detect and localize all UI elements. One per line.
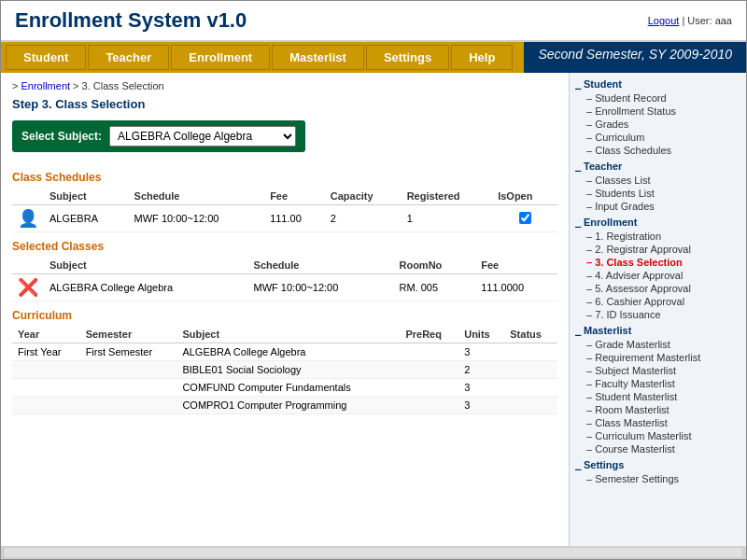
sidebar-item-semester-settings[interactable]: – Semester Settings (570, 472, 746, 485)
sidebar-item-subject-masterlist[interactable]: – Subject Masterlist (570, 364, 746, 377)
sidebar-item-7.-id-issuance[interactable]: – 7. ID Issuance (570, 308, 746, 321)
col-header: Year (12, 326, 80, 343)
sidebar-item-requirement-masterlist[interactable]: – Requirement Masterlist (570, 351, 746, 364)
col-header: Subject (44, 257, 248, 274)
year-cell (12, 379, 80, 397)
sidebar-item-class-masterlist[interactable]: – Class Masterlist (570, 416, 746, 429)
units-cell: 3 (458, 379, 504, 397)
sidebar-section-student: ⎯ Student– Student Record– Enrollment St… (570, 77, 746, 157)
col-header: Semester (80, 326, 177, 343)
col-header: Fee (264, 188, 325, 205)
nav-item-masterlist[interactable]: Masterlist (272, 45, 364, 70)
sidebar-item-2.-registrar-approval[interactable]: – 2. Registrar Approval (570, 243, 746, 256)
table-row: ❌ ALGEBRA College Algebra MWF 10:00~12:0… (12, 274, 557, 301)
collapse-icon: ⎯ (575, 79, 581, 90)
dash-icon: – (586, 378, 592, 389)
dash-icon: – (586, 365, 592, 376)
curriculum-table: YearSemesterSubjectPreReqUnitsStatus Fir… (12, 326, 557, 414)
remove-icon-cell[interactable]: ❌ (12, 274, 44, 301)
sidebar-item-4.-adviser-approval[interactable]: – 4. Adviser Approval (570, 269, 746, 282)
header-right: Logout | User: aaa (648, 15, 732, 26)
logout-link[interactable]: Logout (648, 15, 680, 26)
nav-item-settings[interactable]: Settings (366, 45, 449, 70)
subject-cell: BIBLE01 Social Sociology (176, 361, 400, 379)
table-row: 👤 ALGEBRA MWF 10:00~12:00 111.00 2 1 (12, 205, 557, 232)
dash-icon: – (586, 417, 592, 428)
sidebar-item-student-record[interactable]: – Student Record (570, 91, 746, 105)
selected-classes-header: Selected Classes (12, 240, 557, 253)
col-header: Subject (176, 326, 400, 343)
schedule-cell: MWF 10:00~12:00 (129, 205, 265, 232)
subject-cell: ALGEBRA College Algebra (176, 343, 400, 361)
navbar: StudentTeacherEnrollmentMasterlistSettin… (1, 42, 524, 73)
remove-icon[interactable]: ❌ (18, 278, 38, 297)
sidebar-item-6.-cashier-approval[interactable]: – 6. Cashier Approval (570, 295, 746, 308)
sidebar-item-room-masterlist[interactable]: – Room Masterlist (570, 403, 746, 416)
sidebar-item-input-grades[interactable]: – Input Grades (570, 200, 746, 213)
registered-cell: 1 (402, 205, 492, 232)
col-header: PreReq (400, 326, 458, 343)
prereq-cell (400, 379, 458, 397)
nav-item-enrollment[interactable]: Enrollment (171, 45, 270, 70)
year-cell: First Year (12, 343, 80, 361)
user-label: | User: aaa (682, 15, 732, 26)
sidebar-item-class-schedules[interactable]: – Class Schedules (570, 144, 746, 157)
year-cell (12, 397, 80, 414)
sidebar-section-header[interactable]: ⎯ Teacher (570, 159, 746, 174)
subject-cell: COMPRO1 Computer Programming (176, 397, 400, 414)
select-subject-label: Select Subject: (21, 130, 102, 143)
curriculum-header: Curriculum (12, 309, 557, 322)
status-cell (504, 379, 557, 397)
sidebar-item-3.-class-selection[interactable]: – 3. Class Selection (570, 256, 746, 269)
dash-icon: – (586, 105, 592, 117)
dash-icon: – (586, 391, 592, 402)
add-icon-cell[interactable]: 👤 (12, 205, 44, 232)
sidebar-item-classes-list[interactable]: – Classes List (570, 174, 746, 187)
sidebar-item-faculty-masterlist[interactable]: – Faculty Masterlist (570, 377, 746, 390)
collapse-icon: ⎯ (575, 326, 581, 336)
bottom-scrollbar[interactable] (1, 546, 746, 559)
subject-cell: COMFUND Computer Fundamentals (176, 379, 400, 397)
fee-cell: 111.0000 (475, 274, 557, 301)
table-row: COMPRO1 Computer Programming 3 (12, 397, 557, 414)
dash-icon: – (586, 270, 592, 281)
room-cell: RM. 005 (393, 274, 475, 301)
breadcrumb-enrollment[interactable]: Enrollment (21, 80, 70, 91)
isopen-checkbox[interactable] (519, 212, 531, 224)
year-cell (12, 361, 80, 379)
col-header: Schedule (129, 188, 265, 205)
semester-cell (80, 397, 177, 414)
collapse-icon: ⎯ (575, 460, 581, 470)
breadcrumb-current: 3. Class Selection (82, 80, 164, 91)
select-subject-dropdown[interactable]: ALGEBRA College Algebra (109, 126, 296, 147)
nav-item-student[interactable]: Student (6, 45, 86, 70)
sidebar-item-curriculum[interactable]: – Curriculum (570, 131, 746, 144)
collapse-icon: ⎯ (575, 161, 581, 172)
sidebar-item-grade-masterlist[interactable]: – Grade Masterlist (570, 338, 746, 351)
sidebar-section-header[interactable]: ⎯ Settings (570, 457, 746, 472)
sidebar-item-5.-assessor-approval[interactable]: – 5. Assessor Approval (570, 282, 746, 295)
dash-icon: – (586, 201, 592, 212)
nav-item-teacher[interactable]: Teacher (88, 45, 169, 70)
dash-icon: – (586, 257, 592, 268)
sidebar-item-curriculum-masterlist[interactable]: – Curriculum Masterlist (570, 429, 746, 442)
dash-icon: – (586, 296, 592, 307)
sidebar-item-enrollment-status[interactable]: – Enrollment Status (570, 105, 746, 118)
units-cell: 3 (458, 343, 504, 361)
table-row: First Year First Semester ALGEBRA Colleg… (12, 343, 557, 361)
col-header: Registered (402, 188, 492, 205)
nav-item-help[interactable]: Help (451, 45, 513, 70)
sidebar-item-course-masterlist[interactable]: – Course Masterlist (570, 442, 746, 455)
isopen-cell[interactable] (492, 205, 557, 232)
sidebar-item-1.-registration[interactable]: – 1. Registration (570, 230, 746, 243)
add-icon[interactable]: 👤 (18, 209, 38, 228)
step-title: Step 3. Class Selection (12, 97, 557, 111)
sidebar-item-grades[interactable]: – Grades (570, 118, 746, 131)
dash-icon: – (586, 188, 592, 199)
sidebar-section-header[interactable]: ⎯ Student (570, 77, 746, 91)
sidebar-section-header[interactable]: ⎯ Enrollment (570, 215, 746, 230)
sidebar-item-students-list[interactable]: – Students List (570, 187, 746, 200)
sidebar-section-header[interactable]: ⎯ Masterlist (570, 323, 746, 338)
units-cell: 2 (458, 361, 504, 379)
sidebar-item-student-masterlist[interactable]: – Student Masterlist (570, 390, 746, 403)
